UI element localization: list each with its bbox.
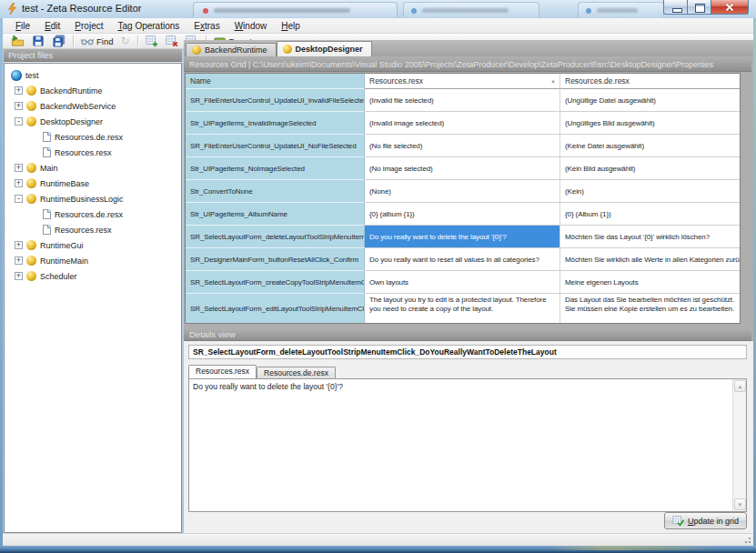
menu-tag-operations[interactable]: Tag Operations [110,19,186,33]
cell-de[interactable]: Meine eigenen Layouts [560,271,740,294]
table-row[interactable]: Str_UIPageItems_AlbumName {0} (album {1}… [186,203,740,226]
expand-icon[interactable]: + [15,256,23,265]
minimize-button[interactable] [663,0,688,15]
expand-icon[interactable]: + [15,164,23,172]
resize-grip-icon[interactable] [743,536,751,544]
cell-en-selected[interactable]: Do you really want to delete the layout … [365,226,560,248]
tab-desktopdesigner[interactable]: DesktopDesigner [277,41,372,56]
table-row[interactable]: Str_ConvertToNone (None) (Kein) [186,180,740,203]
cell-de[interactable]: {0} (Album {1}) [560,203,740,226]
cell-en[interactable]: {0} (album {1}) [365,203,560,226]
title-bar[interactable]: test - Zeta Resource Editor [0,0,756,18]
cell-de[interactable]: (Keine Datei ausgewählt) [560,135,740,157]
delete-row-button[interactable] [163,34,181,48]
column-header-resources-resx[interactable]: Resources.resx ▲ [365,74,560,89]
tree-item[interactable]: + Scheduler [5,268,181,284]
table-row[interactable]: SR_SelectLayoutForm_createCopyToolStripM… [186,271,740,294]
tree-item-file[interactable]: Resources.resx [5,222,181,237]
add-row-button[interactable] [143,34,161,48]
table-row-selected[interactable]: SR_SelectLayoutForm_deleteLayoutToolStri… [186,226,740,248]
table-row[interactable]: SR_FileEnterUserControl_UpdateUI_NoFileS… [186,135,740,157]
cell-name[interactable]: Str_ConvertToNone [186,180,365,203]
project-tree[interactable]: test + BackendRuntime + BackendWebServic… [4,63,182,533]
cell-name[interactable]: SR_SelectLayoutForm_editLayoutToolStripM… [186,294,365,324]
save-all-icon [52,35,66,47]
expand-icon[interactable]: + [15,272,23,280]
table-row[interactable]: Str_UIPageItems_InvalidImageSelected (In… [186,112,740,135]
tree-item[interactable]: + RuntimeBase [5,176,181,191]
cell-de[interactable]: (Ungültiges Bild ausgewählt) [560,112,740,135]
tree-item[interactable]: + BackendWebService [5,98,181,114]
save-button[interactable] [29,34,47,48]
cell-name[interactable]: SR_SelectLayoutForm_createCopyToolStripM… [186,271,365,294]
update-in-grid-button[interactable]: Update in grid [664,512,747,529]
expand-icon[interactable]: + [15,102,23,110]
tree-item-file[interactable]: Resources.resx [5,145,181,160]
cell-de[interactable]: Möchten Sie wirklich alle Werte in allen… [560,248,740,271]
table-row[interactable]: Str_UIPageItems_NoImageSelected (No imag… [186,157,740,180]
cell-name[interactable]: SR_FileEnterUserControl_UpdateUI_NoFileS… [186,135,365,157]
cell-name[interactable]: SR_SelectLayoutForm_deleteLayoutToolStri… [186,226,365,248]
expand-icon[interactable]: + [15,241,23,249]
cell-en[interactable]: (None) [365,180,560,203]
table-row[interactable]: SR_SelectLayoutForm_editLayoutToolStripM… [186,294,740,324]
close-button[interactable] [711,0,749,15]
tree-item[interactable]: - RuntimeBusinessLogic [5,191,181,206]
cell-de[interactable]: Das Layout das Sie bearbeiten möchten is… [560,294,740,324]
tab-resources-de-resx[interactable]: Resources.de.resx [257,367,336,378]
tree-item-file[interactable]: Resources.de.resx [5,129,181,145]
column-header-resources-de-resx[interactable]: Resources.de.resx [560,74,740,89]
cell-en[interactable]: (No image selected) [365,157,560,180]
cell-name[interactable]: SR_DesignerMainForm_buttonResetAllClick_… [186,248,365,271]
open-project-button[interactable] [8,34,27,48]
scroll-up-icon[interactable]: ▲ [734,380,746,392]
collapse-icon[interactable]: - [15,117,23,126]
cell-en[interactable]: (No file selected) [365,135,560,157]
app-window: test - Zeta Resource Editor File Edit Pr… [0,0,756,553]
tree-item-root[interactable]: test [5,67,181,83]
maximize-button[interactable] [688,0,711,15]
cell-en[interactable]: Own layouts [365,271,560,294]
scroll-down-icon[interactable]: ▼ [734,498,746,510]
tree-item[interactable]: - DesktopDesigner [5,114,181,129]
find-button[interactable]: Find [78,35,116,47]
menu-help[interactable]: Help [274,19,307,33]
value-editor[interactable]: Do you really want to delete the layout … [188,378,747,512]
menu-window[interactable]: Window [227,19,275,33]
cell-de[interactable]: (Kein) [560,180,740,203]
tree-item[interactable]: + RuntimeGui [5,237,181,253]
menu-project[interactable]: Project [67,19,110,33]
save-all-button[interactable] [49,34,68,48]
menu-file[interactable]: File [8,19,37,33]
tree-item[interactable]: + RuntimeMain [5,253,181,268]
cell-name[interactable]: Str_UIPageItems_AlbumName [186,203,365,226]
cell-de[interactable]: (Ungültige Datei ausgewählt) [560,89,740,112]
menu-extras[interactable]: Extras [186,19,227,33]
project-files-panel: Project files test + BackendRuntime + Ba… [4,49,182,533]
cell-name[interactable]: Str_UIPageItems_InvalidImageSelected [186,112,365,135]
cell-name[interactable]: Str_UIPageItems_NoImageSelected [186,157,365,180]
cell-en[interactable]: The layout you try to edit is a protecte… [365,294,560,324]
menu-edit[interactable]: Edit [37,19,67,33]
collapse-icon[interactable]: - [15,195,23,203]
refresh-icon: ↻ [120,35,129,46]
expand-icon[interactable]: + [15,86,23,95]
cell-en[interactable]: (Invalid image selected) [365,112,560,135]
cell-name[interactable]: SR_FileEnterUserControl_UpdateUI_Invalid… [186,89,365,112]
tree-item-file[interactable]: Resources.de.resx [5,206,181,222]
scrollbar[interactable]: ▲ ▼ [732,379,746,511]
table-row[interactable]: SR_DesignerMainForm_buttonResetAllClick_… [186,248,740,271]
cell-en[interactable]: Do you really want to reset all values i… [365,248,560,271]
tab-backendruntime[interactable]: BackendRuntime [186,43,277,56]
cell-de[interactable]: (Kein Bild ausgewählt) [560,157,740,180]
cell-de[interactable]: Möchten Sie das Layout '{0}' wirklich lö… [560,226,740,248]
expand-icon[interactable]: + [15,179,23,187]
resource-name-field[interactable]: SR_SelectLayoutForm_deleteLayoutToolStri… [188,345,747,359]
table-row[interactable]: SR_FileEnterUserControl_UpdateUI_Invalid… [186,89,740,112]
column-header-name[interactable]: Name [186,74,365,89]
tree-item[interactable]: + Main [5,160,181,176]
value-text[interactable]: Do you really want to delete the layout … [193,382,728,391]
tab-resources-resx[interactable]: Resources.resx [188,365,257,378]
tree-item[interactable]: + BackendRuntime [5,83,181,98]
cell-en[interactable]: (Invalid file selected) [365,89,560,112]
